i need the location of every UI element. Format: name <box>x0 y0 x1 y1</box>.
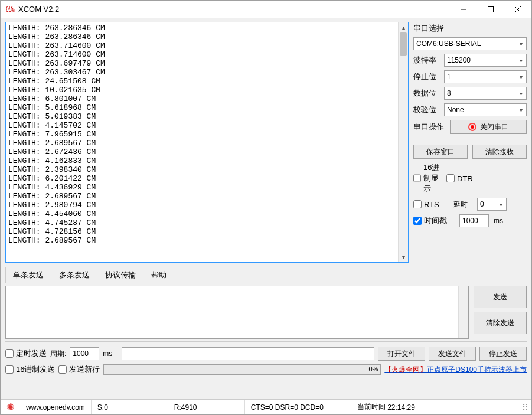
titlebar: ATK COM XCOM V2.2 <box>1 1 531 18</box>
receive-text: LENGTH: 263.286346 CM LENGTH: 263.286346… <box>6 22 398 262</box>
timed-send-row: 定时发送 周期: ms 打开文件 发送文件 停止发送 <box>5 347 527 361</box>
app-window: ATK COM XCOM V2.2 LENGTH: 263.286346 CM … <box>0 0 532 415</box>
close-button[interactable] <box>504 1 531 18</box>
close-port-button[interactable]: 关闭串口 <box>450 120 527 134</box>
status-recv-count: R:4910 <box>168 400 245 414</box>
file-path-input[interactable] <box>122 347 374 360</box>
send-button[interactable]: 发送 <box>474 286 527 308</box>
chevron-down-icon: ▾ <box>517 90 525 97</box>
serial-settings-panel: 串口选择 COM6:USB-SERIAL ▾ 波特率 115200▾ 停止位 1… <box>413 22 527 263</box>
chevron-down-icon: ▾ <box>517 107 525 113</box>
baud-select[interactable]: 115200▾ <box>444 54 527 67</box>
stopbits-select[interactable]: 1▾ <box>444 70 527 83</box>
upper-pane: LENGTH: 263.286346 CM LENGTH: 263.286346… <box>5 22 527 263</box>
chevron-down-icon: ▾ <box>517 41 525 47</box>
status-bar: ✺ www.openedv.com S:0 R:4910 CTS=0 DSR=0… <box>1 399 531 414</box>
databits-label: 数据位 <box>413 88 440 99</box>
chevron-down-icon: ▾ <box>517 57 525 64</box>
receive-textarea[interactable]: LENGTH: 263.286346 CM LENGTH: 263.286346… <box>5 22 409 263</box>
promo-link[interactable]: 【火爆全网】正点原子DS100手持示波器上市 <box>384 365 527 375</box>
resize-grip-icon[interactable]: ⠿ <box>522 403 531 412</box>
tab-3[interactable]: 帮助 <box>143 267 174 283</box>
progress-percent: 0% <box>368 365 378 372</box>
port-op-label: 串口操作 <box>413 122 446 132</box>
content-area: LENGTH: 263.286346 CM LENGTH: 263.286346… <box>1 18 531 399</box>
baud-label: 波特率 <box>413 55 440 66</box>
open-file-button[interactable]: 打开文件 <box>378 347 425 361</box>
tab-0[interactable]: 单条发送 <box>5 267 51 283</box>
tab-2[interactable]: 协议传输 <box>97 267 143 283</box>
send-tabs: 单条发送多条发送协议传输帮助 <box>5 266 527 283</box>
gear-icon[interactable]: ✺ <box>1 401 20 413</box>
stop-send-button[interactable]: 停止发送 <box>479 347 527 361</box>
dtr-checkbox[interactable]: DTR <box>446 174 474 183</box>
app-icon: ATK COM <box>5 5 15 14</box>
status-url[interactable]: www.openedv.com <box>20 400 92 414</box>
timestamp-input[interactable] <box>459 214 489 227</box>
parity-label: 校验位 <box>413 104 440 115</box>
maximize-icon <box>488 6 494 12</box>
port-select[interactable]: COM6:USB-SERIAL ▾ <box>413 37 527 50</box>
parity-select[interactable]: None▾ <box>444 103 527 116</box>
delay-select[interactable]: 0▾ <box>477 198 507 211</box>
status-send-count: S:0 <box>92 400 168 414</box>
port-value: COM6:USB-SERIAL <box>416 40 481 48</box>
maximize-button[interactable] <box>477 1 504 18</box>
send-scrollbar[interactable] <box>458 286 468 338</box>
rts-checkbox[interactable]: RTS <box>413 200 448 209</box>
status-time: 当前时间 22:14:29 <box>351 400 421 414</box>
hex-send-row: 16进制发送 发送新行 0% 【火爆全网】正点原子DS100手持示波器上市 <box>5 364 527 375</box>
send-area: 发送 清除发送 <box>5 286 527 339</box>
chevron-down-icon: ▾ <box>497 201 505 208</box>
timed-send-checkbox[interactable]: 定时发送 <box>5 348 47 359</box>
period-label: 周期: <box>50 349 66 359</box>
window-title: XCOM V2.2 <box>18 5 59 14</box>
close-icon <box>515 6 521 12</box>
databits-select[interactable]: 8▾ <box>444 87 527 100</box>
scroll-up-icon[interactable]: ▴ <box>399 22 408 32</box>
progress-bar: 0% <box>103 364 381 375</box>
svg-rect-1 <box>488 6 494 12</box>
timestamp-checkbox[interactable]: 时间戳 <box>413 215 455 226</box>
chevron-down-icon: ▾ <box>517 74 525 80</box>
minimize-icon <box>461 6 466 12</box>
delay-label: 延时 <box>453 200 471 210</box>
send-newline-checkbox[interactable]: 发送新行 <box>58 364 100 375</box>
stopbits-label: 停止位 <box>413 71 440 82</box>
send-file-button[interactable]: 发送文件 <box>429 347 476 361</box>
tab-1[interactable]: 多条发送 <box>51 267 97 283</box>
status-signals: CTS=0 DSR=0 DCD=0 <box>245 400 351 414</box>
scroll-down-icon[interactable]: ▾ <box>399 252 408 262</box>
minimize-button[interactable] <box>450 1 477 18</box>
ms-label: ms <box>103 349 112 358</box>
hex-send-checkbox[interactable]: 16进制发送 <box>5 364 55 375</box>
save-window-button[interactable]: 保存窗口 <box>413 145 468 159</box>
record-icon <box>468 123 476 131</box>
send-textarea[interactable] <box>5 286 469 339</box>
clear-send-button[interactable]: 清除发送 <box>474 312 527 334</box>
period-input[interactable] <box>70 347 99 360</box>
clear-receive-button[interactable]: 清除接收 <box>472 145 527 159</box>
port-section-label: 串口选择 <box>413 23 527 34</box>
receive-scrollbar[interactable]: ▴ ▾ <box>398 22 408 262</box>
ms-label: ms <box>494 217 503 225</box>
hex-display-checkbox[interactable]: 16进制显示 <box>413 162 440 194</box>
